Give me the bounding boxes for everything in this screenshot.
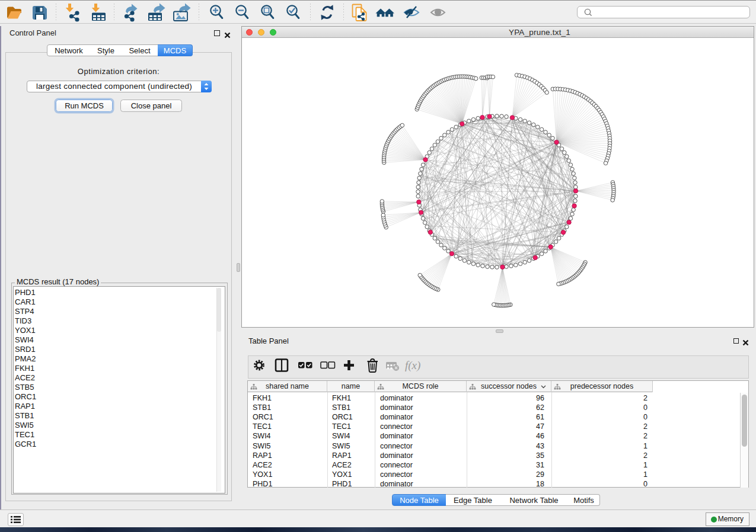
svg-text:f(x): f(x) <box>405 359 420 372</box>
